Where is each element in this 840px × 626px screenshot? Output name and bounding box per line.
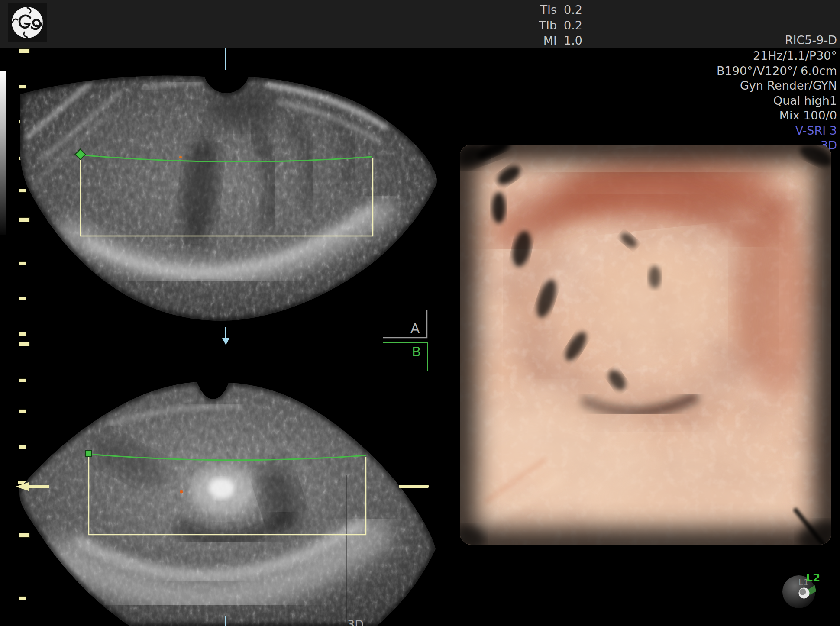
centerline-right-marker-icon [399,485,429,488]
plane-a-bracket [383,310,427,338]
render-3d-image[interactable] [442,132,840,558]
roi-b-handle[interactable] [86,450,92,456]
plane-a-image[interactable] [13,65,446,333]
roi-a-center-dot [179,156,182,158]
plane-b-image[interactable] [13,377,446,626]
mid-center-arrow-icon [222,327,229,345]
plane-b-label: B [412,344,421,359]
orientation-l2-label: L2 [806,571,820,584]
ultrasound-screen: TIs0.2 TIb0.2 MI1.0 RIC5-9-D 21Hz/1.1/P3… [0,0,840,626]
render-mode-label: 3D [347,618,364,626]
plane-a-label: A [410,320,420,336]
top-center-marker-icon [225,48,227,70]
quadrant-divider [346,475,347,626]
orientation-ball[interactable]: L1 L2 [782,575,818,611]
roi-b-center-dot [180,490,183,494]
bottom-center-marker-icon [225,616,227,626]
